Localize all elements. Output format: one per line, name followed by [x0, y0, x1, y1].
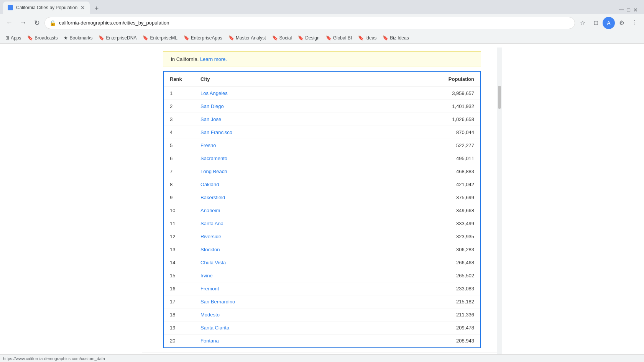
city-link[interactable]: Modesto	[200, 312, 220, 318]
bookmark-social[interactable]: 🔖 Social	[270, 34, 294, 41]
rank-cell: 1	[164, 87, 194, 100]
city-cell: Fontana	[194, 334, 352, 347]
city-link[interactable]: Stockton	[200, 247, 220, 252]
city-cell: Chula Vista	[194, 256, 352, 269]
table-row: 1Los Angeles3,959,657	[164, 87, 480, 100]
design-icon: 🔖	[298, 35, 304, 41]
bookmark-design[interactable]: 🔖 Design	[296, 34, 322, 41]
refresh-button[interactable]: ↻	[31, 17, 43, 29]
extensions-icon[interactable]: ⚙	[616, 17, 628, 29]
cities-table-container: Rank City Population 1Los Angeles3,959,6…	[163, 71, 481, 348]
population-cell: 306,283	[352, 243, 480, 256]
table-body: 1Los Angeles3,959,6572San Diego1,401,932…	[164, 87, 480, 347]
bookmark-master-analyst[interactable]: 🔖 Master Analyst	[226, 34, 268, 41]
browser-frame: California Cities by Population ✕ + ─ □ …	[0, 0, 644, 44]
city-link[interactable]: Sacramento	[200, 156, 227, 161]
scrollbar-thumb[interactable]	[498, 86, 501, 109]
table-row: 17San Bernardino215,182	[164, 295, 480, 308]
rank-cell: 6	[164, 152, 194, 165]
bookmark-enterprise-apps-label: EnterpriseApps	[191, 35, 222, 41]
table-row: 20Fontana208,943	[164, 334, 480, 347]
learn-more-link[interactable]: Learn more.	[200, 56, 227, 62]
city-link[interactable]: Fontana	[200, 338, 219, 344]
bookmark-enterprise-dna[interactable]: 🔖 EnterpriseDNA	[96, 34, 139, 41]
rank-cell: 17	[164, 295, 194, 308]
status-bar: https://www.california-demographics.com/…	[0, 354, 644, 362]
city-link[interactable]: Riverside	[200, 234, 221, 239]
tab-title: California Cities by Population	[16, 5, 77, 10]
table-row: 18Modesto211,336	[164, 308, 480, 321]
city-link[interactable]: Fresno	[200, 143, 216, 148]
active-tab[interactable]: California Cities by Population ✕	[3, 2, 90, 14]
bookmark-apps[interactable]: ⊞ Apps	[3, 34, 23, 41]
city-link[interactable]: Anaheim	[200, 208, 220, 213]
back-button[interactable]: ←	[3, 17, 15, 29]
city-link[interactable]: Santa Ana	[200, 221, 223, 226]
population-cell: 333,499	[352, 217, 480, 230]
city-cell: Modesto	[194, 308, 352, 321]
maximize-button[interactable]: □	[627, 7, 630, 13]
bookmark-bookmarks[interactable]: ★ Bookmarks	[61, 34, 95, 41]
city-cell: Irvine	[194, 269, 352, 282]
bookmark-global-bi[interactable]: 🔖 Global BI	[324, 34, 354, 41]
rank-cell: 10	[164, 204, 194, 217]
toolbar-right: ☆ ⊡ A ⚙ ⋮	[577, 17, 641, 29]
bookmark-biz-ideas[interactable]: 🔖 Biz Ideas	[380, 34, 411, 41]
city-link[interactable]: Fremont	[200, 286, 219, 292]
menu-icon[interactable]: ⋮	[629, 17, 641, 29]
city-cell: Anaheim	[194, 204, 352, 217]
new-tab-button[interactable]: +	[91, 3, 102, 14]
population-cell: 522,277	[352, 139, 480, 152]
bookmark-global-bi-label: Global BI	[333, 35, 352, 41]
table-row: 16Fremont233,083	[164, 282, 480, 295]
city-column-header: City	[194, 72, 352, 87]
bookmark-bookmarks-label: Bookmarks	[69, 35, 92, 41]
forward-button[interactable]: →	[17, 17, 29, 29]
scrollbar[interactable]	[497, 48, 502, 362]
bookmark-enterprise-ml[interactable]: 🔖 EnterpriseML	[140, 34, 179, 41]
city-link[interactable]: San Francisco	[200, 129, 232, 135]
account-icon[interactable]: A	[603, 17, 615, 29]
city-link[interactable]: Irvine	[200, 273, 213, 278]
city-link[interactable]: Santa Clarita	[200, 325, 229, 331]
tab-favicon	[8, 5, 13, 10]
city-link[interactable]: Chula Vista	[200, 260, 226, 265]
bookmark-broadcasts[interactable]: 🔖 Broadcasts	[25, 34, 60, 41]
table-row: 2San Diego1,401,932	[164, 100, 480, 113]
city-link[interactable]: Los Angeles	[200, 90, 228, 96]
main-content: in California. Learn more. Rank City Pop…	[142, 48, 502, 362]
bookmarks-icon: ★	[64, 35, 68, 41]
city-cell: Los Angeles	[194, 87, 352, 100]
city-link[interactable]: San Diego	[200, 103, 224, 109]
bookmark-enterprise-apps[interactable]: 🔖 EnterpriseApps	[181, 34, 225, 41]
table-row: 4San Francisco870,044	[164, 126, 480, 139]
bookmark-ideas[interactable]: 🔖 Ideas	[356, 34, 379, 41]
rank-cell: 14	[164, 256, 194, 269]
enterprise-dna-icon: 🔖	[99, 35, 104, 41]
close-button[interactable]: ✕	[633, 7, 638, 13]
minimize-button[interactable]: ─	[619, 6, 624, 14]
city-cell: Riverside	[194, 230, 352, 243]
city-link[interactable]: San Jose	[200, 116, 221, 122]
browser-icon[interactable]: ⊡	[590, 17, 602, 29]
city-link[interactable]: Bakersfield	[200, 195, 225, 200]
table-row: 19Santa Clarita209,478	[164, 321, 480, 334]
enterprise-ml-icon: 🔖	[143, 35, 148, 41]
population-cell: 265,502	[352, 269, 480, 282]
apps-icon: ⊞	[5, 35, 9, 41]
city-link[interactable]: San Bernardino	[200, 299, 235, 305]
population-cell: 349,668	[352, 204, 480, 217]
star-icon[interactable]: ☆	[577, 17, 589, 29]
rank-cell: 3	[164, 113, 194, 126]
tab-bar: California Cities by Population ✕ + ─ □ …	[0, 0, 644, 14]
address-bar[interactable]: 🔒 california-demographics.com/cities_by_…	[44, 17, 575, 29]
tab-close-button[interactable]: ✕	[80, 5, 85, 11]
table-row: 15Irvine265,502	[164, 269, 480, 282]
city-link[interactable]: Long Beach	[200, 169, 227, 174]
bookmarks-bar: ⊞ Apps 🔖 Broadcasts ★ Bookmarks 🔖 Enterp…	[0, 32, 644, 44]
rank-cell: 12	[164, 230, 194, 243]
city-link[interactable]: Oakland	[200, 182, 219, 187]
city-cell: Santa Clarita	[194, 321, 352, 334]
population-cell: 215,182	[352, 295, 480, 308]
population-cell: 233,083	[352, 282, 480, 295]
